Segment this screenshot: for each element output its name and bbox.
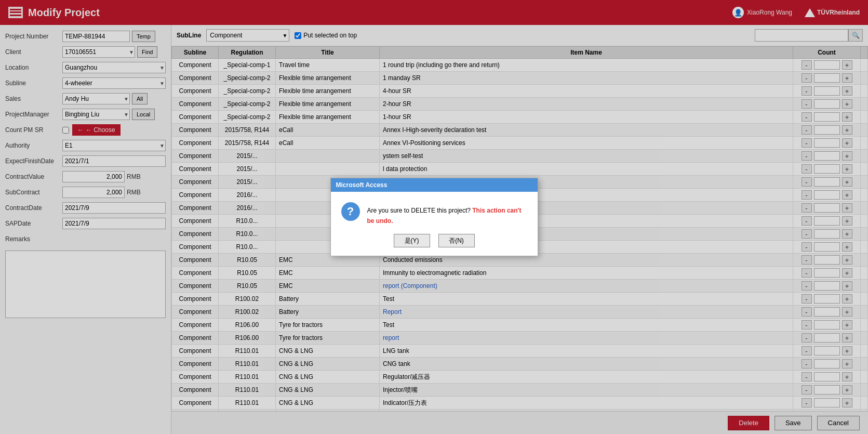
- dialog-overlay: Microsoft Access ? Are you sure to DELET…: [0, 0, 868, 434]
- dialog-no-button[interactable]: 否(N): [438, 234, 475, 247]
- dialog-title: Microsoft Access: [336, 181, 388, 189]
- dialog-body: ? Are you sure to DELETE this project? T…: [331, 192, 538, 234]
- dialog-yes-button[interactable]: 是(Y): [394, 234, 430, 247]
- dialog-message-text: Are you sure to DELETE this project? Thi…: [367, 207, 522, 225]
- dialog-buttons: 是(Y) 否(N): [331, 234, 538, 256]
- dialog-message: Are you sure to DELETE this project? Thi…: [367, 202, 527, 226]
- dialog-title-bar: Microsoft Access: [331, 178, 538, 192]
- dialog-question-icon: ?: [341, 202, 360, 221]
- dialog-box: Microsoft Access ? Are you sure to DELET…: [330, 178, 538, 256]
